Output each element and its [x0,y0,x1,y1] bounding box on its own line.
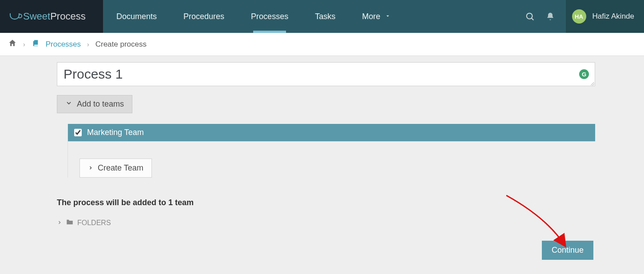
chevron-down-icon [385,12,391,21]
breadcrumb-separator: › [23,41,25,48]
nav-documents[interactable]: Documents [103,0,170,33]
nav-right: HA Hafiz Akinde [520,0,644,33]
teams-panel: Marketing Team Create Team [68,124,595,178]
grammarly-icon[interactable]: G [579,69,589,79]
breadcrumb-processes-link[interactable]: Processes [46,40,81,49]
teams-summary-text: The process will be added to 1 team [57,198,595,207]
main-content: G Add to teams Marketing Team Create Tea… [0,56,644,241]
breadcrumb-separator: › [87,41,89,48]
team-row[interactable]: Marketing Team [68,124,595,142]
nav-procedures[interactable]: Procedures [170,0,238,33]
breadcrumb: › Processes › Create process [0,33,644,56]
svg-point-0 [526,13,532,19]
nav-more-label: More [362,12,380,21]
add-to-teams-label: Add to teams [77,99,124,109]
process-title-input[interactable] [57,62,595,86]
logo-text-sweet: Sweet [23,11,50,22]
cup-icon [10,13,20,20]
user-name: Hafiz Akinde [592,12,635,21]
folders-label: FOLDERS [77,219,111,227]
breadcrumb-current: Create process [95,40,147,49]
create-team-label: Create Team [98,163,143,173]
add-to-teams-button[interactable]: Add to teams [57,95,132,113]
continue-button[interactable]: Continue [542,241,593,260]
folders-toggle[interactable]: FOLDERS [57,218,595,228]
home-icon[interactable] [8,39,17,50]
search-icon[interactable] [520,6,540,27]
team-name: Marketing Team [87,128,144,137]
logo[interactable]: Sweet Process [0,0,103,33]
user-menu[interactable]: HA Hafiz Akinde [566,0,644,33]
avatar: HA [572,9,586,24]
team-checkbox[interactable] [74,129,82,136]
folder-icon [66,218,74,228]
nav-tasks[interactable]: Tasks [302,0,349,33]
nav-more[interactable]: More [349,0,404,33]
nav-processes[interactable]: Processes [238,0,302,33]
chevron-right-icon [88,163,93,173]
bell-icon[interactable] [540,6,561,27]
chevron-down-icon [65,99,72,109]
topbar: Sweet Process Documents Procedures Proce… [0,0,644,33]
copy-icon [32,39,40,49]
title-field-wrap: G [57,62,595,86]
create-team-button[interactable]: Create Team [80,159,152,178]
logo-text-process: Process [50,11,85,22]
resize-handle-icon[interactable] [589,80,594,85]
chevron-right-icon [57,219,62,227]
svg-line-1 [531,18,533,20]
main-nav: Documents Procedures Processes Tasks Mor… [103,0,644,33]
